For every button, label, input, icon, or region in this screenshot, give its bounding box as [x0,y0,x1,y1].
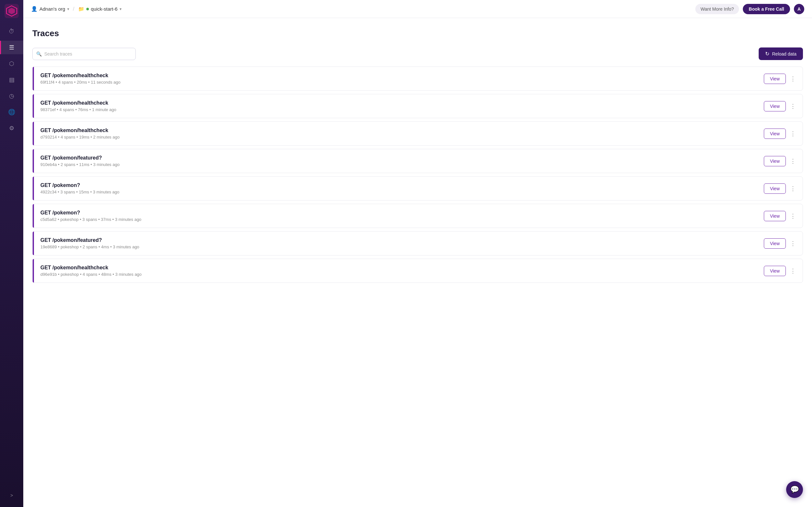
trace-meta: 19e8689 • pokeshop • 2 spans • 4ms • 3 m… [40,244,764,249]
trace-actions: View ⋮ [764,183,798,194]
trace-item: GET /pokemon? c5d5a62 • pokeshop • 3 spa… [32,204,803,228]
trace-info: GET /pokemon/featured? 910eb4a • 2 spans… [38,155,764,167]
trace-actions: View ⋮ [764,128,798,139]
trace-meta: 69f11f4 • 4 spans • 20ms • 11 seconds ag… [40,80,764,84]
trace-name: GET /pokemon? [40,210,764,216]
logs-icon: ▤ [9,77,14,83]
more-options-button[interactable]: ⋮ [789,102,798,111]
sidebar-item-settings[interactable]: ⚙ [0,121,23,135]
trace-info: GET /pokemon? c5d5a62 • pokeshop • 3 spa… [38,210,764,222]
trace-name: GET /pokemon? [40,182,764,188]
topbar-left: 👤 Adnan's org ▾ / 📁 quick-start-6 ▾ [31,6,121,12]
search-icon: 🔍 [36,51,42,57]
gear-icon: ⚙ [9,125,14,131]
more-options-button[interactable]: ⋮ [789,184,798,193]
view-button[interactable]: View [764,238,786,249]
sidebar-item-globe[interactable]: 🌐 [0,105,23,119]
trace-actions: View ⋮ [764,156,798,166]
view-button[interactable]: View [764,266,786,276]
book-call-button[interactable]: Book a Free Call [743,4,790,14]
trace-meta: 910eb4a • 2 spans • 11ms • 3 minutes ago [40,162,764,167]
trace-info: GET /pokemon? 4922c34 • 3 spans • 15ms •… [38,182,764,194]
sidebar: ⏱ ☰ ⬡ ▤ ◷ 🌐 ⚙ > [0,0,23,507]
topbar-right: Want More Info? Book a Free Call A [695,4,804,14]
list-icon: ☰ [9,45,14,50]
trace-name: GET /pokemon/healthcheck [40,73,764,78]
sidebar-collapse-button[interactable]: > [10,488,13,503]
trace-list: GET /pokemon/healthcheck 69f11f4 • 4 spa… [32,66,803,286]
more-options-button[interactable]: ⋮ [789,129,798,138]
trace-info: GET /pokemon/featured? 19e8689 • pokesho… [38,237,764,249]
project-chevron-icon: ▾ [119,7,121,11]
sidebar-item-list[interactable]: ☰ [0,41,23,54]
project-selector[interactable]: 📁 quick-start-6 ▾ [78,6,121,12]
folder-icon: 📁 [78,6,84,11]
trace-actions: View ⋮ [764,211,798,221]
view-button[interactable]: View [764,128,786,139]
trace-actions: View ⋮ [764,266,798,276]
content: Traces 🔍 ↻ Reload data GET /pokemon/heal… [23,18,812,507]
main-container: 👤 Adnan's org ▾ / 📁 quick-start-6 ▾ Want… [23,0,812,507]
reload-label: Reload data [772,51,797,57]
more-options-button[interactable]: ⋮ [789,74,798,83]
org-chevron-icon: ▾ [67,7,69,11]
globe-icon: 🌐 [8,109,15,115]
trace-item: GET /pokemon/healthcheck d793214 • 4 spa… [32,121,803,146]
view-button[interactable]: View [764,211,786,221]
view-button[interactable]: View [764,101,786,111]
chat-widget[interactable]: 💬 [786,481,803,498]
separator: / [73,6,74,12]
sidebar-item-logs[interactable]: ▤ [0,73,23,87]
search-input[interactable] [32,48,136,60]
trace-item: GET /pokemon? 4922c34 • 3 spans • 15ms •… [32,176,803,201]
more-options-button[interactable]: ⋮ [789,212,798,221]
trace-name: GET /pokemon/healthcheck [40,100,764,106]
view-button[interactable]: View [764,156,786,166]
trace-meta: 98371ef • 4 spans • 76ms • 1 minute ago [40,107,764,112]
trace-meta: c5d5a62 • pokeshop • 3 spans • 37ms • 3 … [40,217,764,222]
page-title: Traces [32,29,803,39]
trace-name: GET /pokemon/featured? [40,237,764,243]
sidebar-item-traces[interactable]: ⏱ [0,24,23,38]
more-options-button[interactable]: ⋮ [789,157,798,166]
sidebar-item-topology[interactable]: ⬡ [0,57,23,70]
toolbar: 🔍 ↻ Reload data [32,48,803,60]
time-icon: ◷ [9,93,14,99]
org-name: Adnan's org [40,6,65,12]
reload-icon: ↻ [765,51,769,57]
project-status-dot [86,8,89,10]
trace-actions: View ⋮ [764,101,798,111]
trace-item: GET /pokemon/healthcheck 69f11f4 • 4 spa… [32,66,803,91]
sidebar-nav: ⏱ ☰ ⬡ ▤ ◷ 🌐 ⚙ [0,24,23,488]
trace-info: GET /pokemon/healthcheck d96e91b • pokes… [38,265,764,277]
org-selector[interactable]: 👤 Adnan's org ▾ [31,6,69,12]
org-icon: 👤 [31,6,38,12]
want-more-info-button[interactable]: Want More Info? [695,4,739,14]
reload-button[interactable]: ↻ Reload data [759,48,803,60]
trace-item: GET /pokemon/healthcheck d96e91b • pokes… [32,259,803,283]
trace-name: GET /pokemon/healthcheck [40,127,764,133]
project-name: quick-start-6 [91,6,118,12]
user-avatar[interactable]: A [794,4,804,14]
view-button[interactable]: View [764,74,786,84]
trace-info: GET /pokemon/healthcheck d793214 • 4 spa… [38,127,764,139]
trace-actions: View ⋮ [764,238,798,249]
topbar: 👤 Adnan's org ▾ / 📁 quick-start-6 ▾ Want… [23,0,812,18]
trace-item: GET /pokemon/featured? 910eb4a • 2 spans… [32,149,803,173]
trace-meta: d96e91b • pokeshop • 4 spans • 48ms • 3 … [40,272,764,277]
trace-name: GET /pokemon/featured? [40,155,764,161]
topology-icon: ⬡ [9,61,14,66]
trace-item: GET /pokemon/healthcheck 98371ef • 4 spa… [32,94,803,118]
search-wrapper: 🔍 [32,48,136,60]
trace-meta: 4922c34 • 3 spans • 15ms • 3 minutes ago [40,189,764,194]
trace-meta: d793214 • 4 spans • 19ms • 2 minutes ago [40,135,764,139]
more-options-button[interactable]: ⋮ [789,267,798,275]
app-logo[interactable] [4,4,19,18]
view-button[interactable]: View [764,183,786,194]
sidebar-item-clock[interactable]: ◷ [0,89,23,103]
trace-info: GET /pokemon/healthcheck 98371ef • 4 spa… [38,100,764,112]
trace-name: GET /pokemon/healthcheck [40,265,764,271]
trace-info: GET /pokemon/healthcheck 69f11f4 • 4 spa… [38,73,764,84]
more-options-button[interactable]: ⋮ [789,239,798,248]
clock-icon: ⏱ [9,29,14,34]
